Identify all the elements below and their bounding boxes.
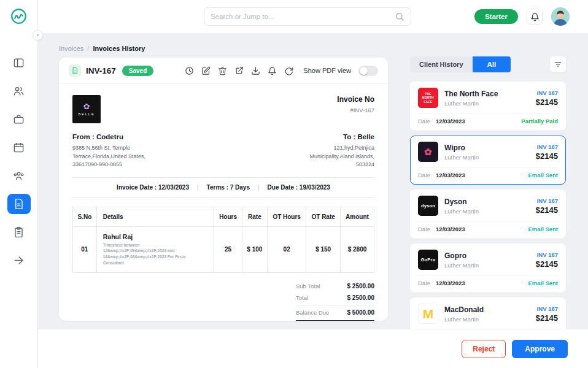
bell-icon bbox=[530, 12, 540, 21]
sidebar-item-team[interactable] bbox=[7, 166, 31, 186]
invoice-list-item-north-face[interactable]: THE NORTH FACE The North Face Luther Mar… bbox=[410, 82, 566, 131]
bell-icon bbox=[268, 66, 277, 75]
trash-icon bbox=[218, 66, 227, 75]
date-label: Date bbox=[418, 118, 430, 125]
sidebar-expand-button[interactable]: › bbox=[33, 30, 43, 40]
from-title: From : Codetru bbox=[72, 133, 145, 140]
invoice-amount: $2145 bbox=[536, 313, 558, 323]
topbar: Starter bbox=[0, 0, 588, 33]
invoice-amount: $2145 bbox=[536, 151, 558, 161]
action-footer: Reject Approve bbox=[38, 329, 588, 368]
company-logo-text: THE NORTH FACE bbox=[422, 92, 434, 104]
calendar-icon bbox=[13, 142, 25, 153]
invoice-status: Email Sent bbox=[528, 226, 558, 232]
line-item-description: Timesheet between 12&amp;#x2F;08&amp;#x2… bbox=[103, 242, 201, 266]
col-details: Details bbox=[96, 207, 214, 226]
invoice-card-header: INV-167 Saved bbox=[59, 58, 388, 84]
cell-ot-rate: $ 150 bbox=[306, 226, 341, 272]
subtotal-row: Sub Total $ 2500.00 bbox=[296, 280, 374, 292]
topbar-actions: Starter bbox=[474, 7, 570, 26]
contact-name: Luther Martin bbox=[444, 316, 484, 323]
col-hours: Hours bbox=[214, 207, 242, 226]
company-logo: THE NORTH FACE bbox=[418, 88, 438, 108]
download-button[interactable] bbox=[251, 66, 260, 75]
invoice-file-icon bbox=[69, 64, 81, 77]
pdf-view-label: Show PDF view bbox=[303, 67, 351, 74]
sidebar-item-invoices[interactable] bbox=[7, 194, 31, 214]
sidebar-item-tasks[interactable] bbox=[7, 222, 31, 242]
invoice-number: INV 167 bbox=[536, 90, 558, 96]
company-logo: dyson bbox=[418, 196, 438, 216]
line-item-name: Rahul Raj bbox=[103, 233, 211, 240]
arrow-right-icon bbox=[13, 255, 25, 266]
balance-due-row: Balance Due $ 5000.00 bbox=[296, 305, 374, 318]
clients-icon bbox=[13, 85, 25, 97]
breadcrumb-invoices-link[interactable]: Invoices bbox=[59, 45, 83, 52]
invoice-number: INV 167 bbox=[536, 144, 558, 150]
status-badge: Saved bbox=[122, 66, 153, 76]
to-title: To : Belle bbox=[310, 133, 374, 140]
contact-name: Luther Martin bbox=[444, 154, 479, 161]
invoice-list-item-wipro[interactable]: ✿ Wipro Luther Martin INV 167 $2145 Date… bbox=[410, 136, 566, 185]
refresh-button[interactable] bbox=[284, 66, 293, 75]
invoice-amount: $2145 bbox=[536, 259, 558, 269]
date-label: Date bbox=[418, 280, 430, 286]
invoice-number: INV 167 bbox=[536, 305, 558, 312]
export-icon bbox=[234, 66, 244, 75]
cell-ot-hours: 02 bbox=[267, 226, 306, 272]
company-logo: M bbox=[418, 304, 438, 324]
divider bbox=[72, 197, 374, 197]
date-value: 12/03/2023 bbox=[436, 172, 465, 178]
invoice-list-item-gopro[interactable]: GoPro Gopro Luther Martin INV 167 $2145 … bbox=[410, 243, 566, 293]
breadcrumb-separator: / bbox=[87, 45, 89, 52]
table-header-row: S.No Details Hours Rate OT Hours OT Rate… bbox=[73, 207, 374, 226]
total-row: Total $ 2500.00 bbox=[296, 292, 374, 304]
sidebar-item-logout[interactable] bbox=[7, 250, 31, 270]
history-button[interactable] bbox=[185, 66, 194, 75]
clipboard-icon bbox=[13, 226, 25, 238]
sidebar-item-calendar[interactable] bbox=[7, 137, 31, 158]
search-input[interactable] bbox=[211, 13, 395, 20]
invoice-toolbar: Show PDF view bbox=[185, 66, 378, 76]
search-icon bbox=[395, 12, 404, 21]
clock-icon bbox=[185, 66, 194, 75]
company-logo-text: M bbox=[423, 305, 434, 322]
balance-due-value: $ 5000.00 bbox=[347, 309, 375, 316]
flower-icon: ✿ bbox=[83, 102, 90, 110]
balance-due-label: Balance Due bbox=[296, 309, 329, 316]
tab-client-history[interactable]: Client History bbox=[410, 56, 473, 72]
to-address: 121,hyd,Petnjica Municipality,Aland Isla… bbox=[310, 144, 374, 169]
notify-button[interactable] bbox=[268, 66, 277, 75]
from-address: 9385 N,56th St, Temple Terrace,Florida,U… bbox=[72, 144, 145, 169]
cell-amount: $ 2800 bbox=[340, 226, 374, 272]
contact-name: Luther Martin bbox=[444, 100, 498, 107]
plan-button[interactable]: Starter bbox=[474, 9, 518, 24]
edit-button[interactable] bbox=[201, 66, 211, 75]
approve-button[interactable]: Approve bbox=[512, 340, 568, 358]
avatar[interactable] bbox=[551, 7, 570, 26]
delete-button[interactable] bbox=[218, 66, 227, 75]
sidebar-item-clients[interactable] bbox=[7, 81, 31, 101]
contact-name: Luther Martin bbox=[444, 208, 479, 215]
tab-all[interactable]: All bbox=[473, 56, 511, 72]
reject-button[interactable]: Reject bbox=[462, 340, 506, 358]
total-value: $ 2500.00 bbox=[347, 294, 375, 301]
invoice-amount: $2145 bbox=[536, 205, 558, 215]
breadcrumb: Invoices / Invoices History bbox=[59, 45, 145, 52]
line-items-table: S.No Details Hours Rate OT Hours OT Rate… bbox=[72, 207, 374, 273]
export-button[interactable] bbox=[234, 66, 244, 75]
client-logo-text: BELLE bbox=[78, 112, 95, 116]
sidebar-item-dashboard[interactable] bbox=[7, 53, 31, 73]
col-rate: Rate bbox=[242, 207, 267, 226]
filter-button[interactable] bbox=[550, 56, 566, 72]
pdf-view-toggle[interactable] bbox=[358, 66, 378, 76]
dashboard-icon bbox=[13, 57, 25, 69]
invoice-document: ✿ BELLE Invoice No #INV-167 From : Codet… bbox=[59, 84, 388, 321]
sidebar-item-jobs[interactable] bbox=[7, 109, 31, 129]
invoice-list-item-dyson[interactable]: dyson Dyson Luther Martin INV 167 $2145 … bbox=[410, 190, 566, 239]
briefcase-icon bbox=[13, 113, 25, 125]
invoice-no-value: #INV-167 bbox=[337, 107, 374, 113]
notifications-button[interactable] bbox=[527, 9, 543, 25]
contact-name: Luther Martin bbox=[444, 262, 479, 269]
invoices-icon bbox=[13, 198, 25, 210]
